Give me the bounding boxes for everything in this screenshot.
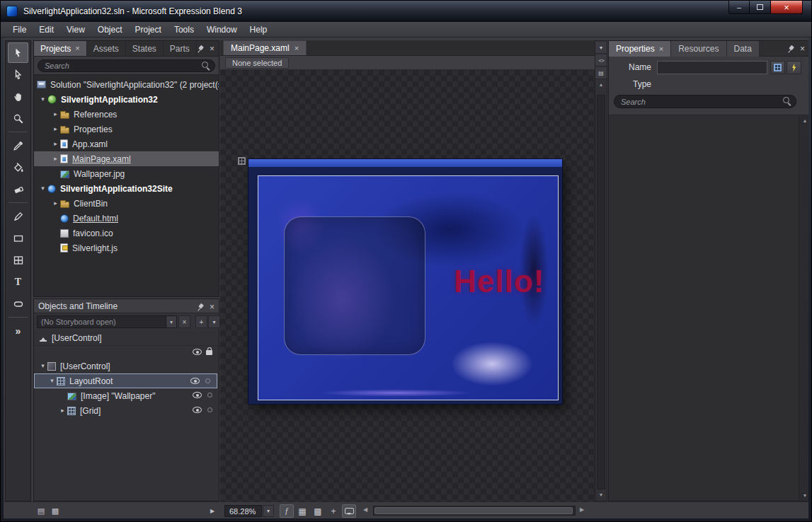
selection-tool[interactable] xyxy=(8,42,28,63)
menu-window[interactable]: Window xyxy=(200,23,244,36)
menu-file[interactable]: File xyxy=(6,23,33,36)
breadcrumb[interactable]: None selected xyxy=(225,57,289,69)
vertical-scrollbar[interactable] xyxy=(597,95,605,489)
tree-item-solution[interactable]: Solution "SilverlightApplication32" (2 p… xyxy=(34,77,219,92)
tree-item-siteproject[interactable]: ▾ SilverlightApplication32Site xyxy=(34,181,219,196)
lock-toggle-icon[interactable] xyxy=(207,393,212,398)
menu-edit[interactable]: Edit xyxy=(33,23,60,36)
menu-object[interactable]: Object xyxy=(91,23,129,36)
maximize-button[interactable] xyxy=(750,1,770,14)
timeline-button-2[interactable]: ▩ xyxy=(49,505,62,516)
tree-item-appxaml[interactable]: ▸ App.xaml xyxy=(34,137,219,151)
layout-grid-tool[interactable] xyxy=(8,250,28,270)
scroll-up-button[interactable]: ▲ xyxy=(595,80,607,89)
properties-scrollbar[interactable]: ▲ ▼ xyxy=(799,116,808,500)
view-options-button[interactable]: ▾ xyxy=(595,42,607,54)
tab-assets[interactable]: Assets xyxy=(87,41,126,56)
tree-item-mainpagexaml[interactable]: ▸ MainPage.xaml xyxy=(34,151,219,166)
pin-icon[interactable] xyxy=(785,43,796,54)
visibility-toggle-icon[interactable] xyxy=(193,407,202,413)
tree-item-usercontrol[interactable]: ▾ [UserControl] xyxy=(34,359,219,373)
tree-item-grid[interactable]: ▸ [Grid] xyxy=(34,403,219,418)
pin-icon[interactable] xyxy=(195,43,205,54)
rounded-rectangle[interactable] xyxy=(284,216,425,355)
tab-resources[interactable]: Resources xyxy=(671,41,726,57)
scroll-up-button[interactable]: ▲ xyxy=(799,116,808,125)
scroll-left-button[interactable]: ◀ xyxy=(363,506,367,513)
tree-item-favicon[interactable]: favicon.ico xyxy=(34,226,219,240)
grid-handle-icon[interactable] xyxy=(238,157,246,165)
tree-item-properties[interactable]: ▸ Properties xyxy=(34,122,219,137)
direct-selection-tool[interactable] xyxy=(8,64,28,85)
events-view-button[interactable] xyxy=(787,61,801,74)
tab-states[interactable]: States xyxy=(126,41,164,56)
close-document-icon[interactable]: × xyxy=(295,45,299,52)
tree-item-clientbin[interactable]: ▸ ClientBin xyxy=(34,196,219,211)
project-search-input[interactable] xyxy=(38,62,215,70)
zoom-level[interactable]: 68.28% xyxy=(224,505,262,517)
menu-project[interactable]: Project xyxy=(129,23,168,36)
tab-properties[interactable]: Properties × xyxy=(609,41,671,57)
xaml-view-button[interactable]: <> xyxy=(595,54,607,66)
expanded-icon[interactable]: ▾ xyxy=(38,363,47,369)
scroll-down-button[interactable]: ▼ xyxy=(799,491,808,500)
collapsed-icon[interactable]: ▸ xyxy=(51,200,60,207)
tree-item-defaulthtml[interactable]: Default.html xyxy=(34,211,219,226)
tab-mainpage-xaml[interactable]: MainPage.xaml × xyxy=(223,40,307,55)
tab-parts[interactable]: Parts xyxy=(164,41,197,56)
close-tab-icon[interactable]: × xyxy=(75,45,79,52)
snap-grid-toggle[interactable]: ▩ xyxy=(311,504,325,518)
storyboard-selector[interactable]: (No Storyboard open) ▾ xyxy=(37,315,177,328)
text-tool[interactable]: T xyxy=(8,272,28,292)
rectangle-tool[interactable] xyxy=(8,228,28,248)
properties-view-button[interactable] xyxy=(770,61,785,74)
collapsed-icon[interactable]: ▸ xyxy=(51,156,60,162)
close-panel-icon[interactable]: × xyxy=(800,45,805,53)
menu-tools[interactable]: Tools xyxy=(168,23,200,36)
paint-bucket-tool[interactable] xyxy=(8,157,28,178)
close-storyboard-button[interactable]: × xyxy=(178,315,190,328)
properties-search-input[interactable] xyxy=(614,98,796,106)
eraser-tool[interactable] xyxy=(8,179,28,199)
timeline-button-1[interactable]: ▤ xyxy=(35,505,47,516)
menu-help[interactable]: Help xyxy=(244,23,274,36)
tree-item-silverlightjs[interactable]: Silverlight.js xyxy=(34,240,219,255)
tab-projects[interactable]: Projects × xyxy=(34,41,87,56)
expanded-icon[interactable]: ▾ xyxy=(47,378,57,384)
tree-item-project[interactable]: ▾ SilverlightApplication32 xyxy=(34,92,219,107)
pen-tool[interactable] xyxy=(8,206,28,226)
tree-item-wallpaper[interactable]: Wallpaper.jpg xyxy=(34,166,219,181)
hello-textblock[interactable]: Hello! xyxy=(454,264,544,299)
properties-search[interactable] xyxy=(614,95,796,108)
scrollbar-thumb[interactable] xyxy=(374,507,573,514)
title-bar[interactable]: SilverlightApplication32.sln - Microsoft… xyxy=(1,1,811,22)
pan-tool[interactable] xyxy=(8,86,28,107)
visibility-toggle-icon[interactable] xyxy=(193,392,202,398)
close-tab-icon[interactable]: × xyxy=(659,45,663,53)
expanded-icon[interactable]: ▾ xyxy=(38,96,47,103)
split-view-button[interactable]: ▤ xyxy=(595,67,607,79)
design-surface[interactable]: Hello! xyxy=(220,70,595,501)
artboard[interactable]: Hello! xyxy=(248,159,562,404)
tab-data[interactable]: Data xyxy=(727,41,760,57)
collapsed-icon[interactable]: ▸ xyxy=(51,111,60,117)
close-panel-icon[interactable]: × xyxy=(210,45,215,53)
chevron-down-icon[interactable]: ▾ xyxy=(166,316,176,327)
collapsed-icon[interactable]: ▸ xyxy=(51,126,60,132)
menu-view[interactable]: View xyxy=(60,23,91,36)
wallpaper-image[interactable]: Hello! xyxy=(258,175,559,400)
minimize-button[interactable]: – xyxy=(728,1,750,14)
tree-item-image-wallpaper[interactable]: [Image] "Wallpaper" xyxy=(34,388,219,403)
effects-toggle[interactable]: ƒ xyxy=(280,504,294,518)
snaplines-toggle[interactable]: + xyxy=(326,504,341,518)
close-panel-icon[interactable]: × xyxy=(210,303,215,311)
scope-up-icon[interactable] xyxy=(40,335,47,342)
collapsed-icon[interactable]: ▸ xyxy=(58,407,67,414)
name-input[interactable] xyxy=(657,61,767,74)
show-grid-toggle[interactable]: ▦ xyxy=(295,504,309,518)
expand-panel-button[interactable]: ▶ xyxy=(206,505,219,516)
zoom-dropdown-button[interactable]: ▾ xyxy=(263,505,274,517)
expanded-icon[interactable]: ▾ xyxy=(38,185,47,192)
scroll-right-button[interactable]: ▶ xyxy=(580,506,584,513)
pin-icon[interactable] xyxy=(195,301,205,312)
